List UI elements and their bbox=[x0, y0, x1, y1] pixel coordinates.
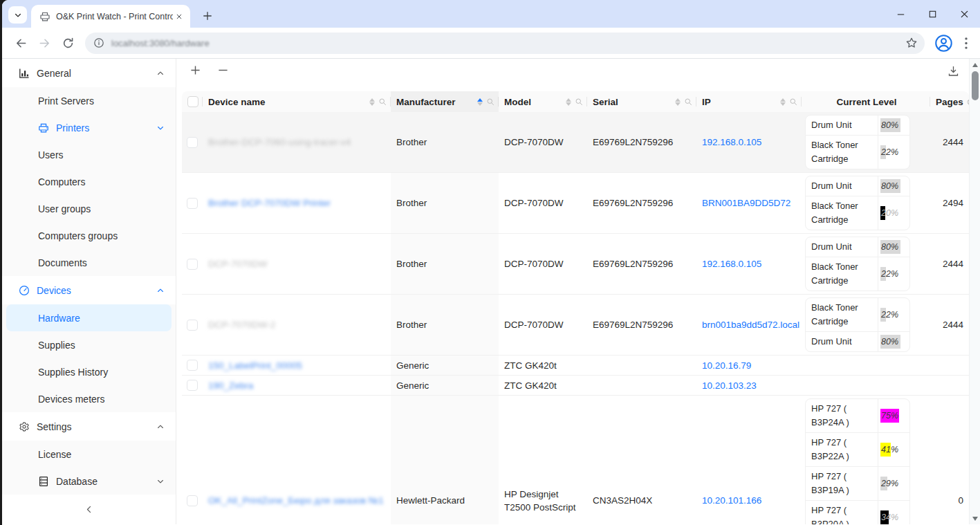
sidebar-item-computers-groups[interactable]: Computers groups bbox=[2, 222, 176, 249]
supply-name: Black Toner Cartridge bbox=[806, 196, 878, 230]
device-name-link[interactable]: OK_All_PrintZone_Бюро для заказов №1 bbox=[208, 494, 384, 507]
sidebar-item-supplies[interactable]: Supplies bbox=[2, 331, 176, 358]
sidebar-item-supplies-history[interactable]: Supplies History bbox=[2, 358, 176, 385]
scroll-down-icon[interactable] bbox=[970, 513, 980, 524]
sidebar-item-documents[interactable]: Documents bbox=[2, 249, 176, 276]
export-button[interactable] bbox=[947, 65, 959, 77]
supply-level-value: 34% bbox=[881, 510, 898, 524]
device-name-link[interactable]: 190_Zebra bbox=[208, 379, 253, 392]
row-select-cell bbox=[182, 295, 203, 355]
supply-name: Black Toner Cartridge bbox=[806, 136, 878, 169]
device-name-link[interactable]: Brother DCP-7070DW Printer bbox=[208, 196, 331, 210]
row-checkbox[interactable] bbox=[187, 137, 198, 148]
sidebar-collapse-button[interactable] bbox=[2, 497, 176, 524]
chevron-up-icon bbox=[156, 69, 165, 77]
column-header-pages[interactable]: Pages bbox=[930, 91, 969, 112]
sidebar-item-general[interactable]: General bbox=[2, 60, 176, 86]
ip-link[interactable]: 10.20.16.79 bbox=[702, 359, 751, 372]
column-header-serial[interactable]: Serial bbox=[587, 91, 696, 112]
close-button[interactable] bbox=[948, 0, 980, 28]
page-scrollbar[interactable] bbox=[969, 59, 980, 524]
row-checkbox[interactable] bbox=[187, 259, 198, 270]
devices-table: Device nameManufacturerModelSerialIPCurr… bbox=[182, 91, 969, 524]
supply-level-bar: 22% bbox=[880, 308, 905, 322]
device-name-link[interactable]: 150_LabelPrint_00005 bbox=[208, 359, 302, 372]
sidebar-item-database[interactable]: Database bbox=[2, 468, 176, 495]
table-row[interactable]: 190_ZebraGenericZTC GK420t10.20.103.23 bbox=[182, 376, 969, 396]
row-checkbox[interactable] bbox=[187, 320, 198, 331]
sidebar-item-hardware[interactable]: Hardware bbox=[6, 304, 172, 331]
column-header-manufacturer[interactable]: Manufacturer bbox=[391, 91, 499, 112]
column-header-select[interactable] bbox=[182, 91, 203, 112]
ip-link[interactable]: 192.168.0.105 bbox=[702, 257, 761, 270]
row-checkbox[interactable] bbox=[187, 198, 198, 209]
sidebar-item-printers[interactable]: Printers bbox=[2, 114, 176, 141]
sort-icon[interactable] bbox=[369, 98, 375, 106]
window-controls bbox=[885, 0, 980, 28]
minimize-button[interactable] bbox=[885, 0, 916, 28]
search-icon[interactable] bbox=[486, 98, 494, 106]
ip-link[interactable]: brn001ba9dd5d72.local bbox=[702, 318, 799, 331]
sort-icon[interactable] bbox=[566, 98, 571, 106]
manufacturer-cell: Generic bbox=[391, 356, 499, 375]
search-icon[interactable] bbox=[684, 98, 692, 106]
sidebar-item-users[interactable]: Users bbox=[2, 141, 176, 168]
back-button[interactable] bbox=[10, 33, 31, 53]
sidebar-item-user-groups[interactable]: User groups bbox=[2, 195, 176, 222]
row-checkbox[interactable] bbox=[187, 495, 198, 506]
database-icon bbox=[38, 476, 49, 487]
browser-menu-icon[interactable] bbox=[959, 34, 973, 52]
new-tab-button[interactable] bbox=[198, 7, 216, 25]
column-header-model[interactable]: Model bbox=[499, 91, 587, 112]
supply-level-value: 80% bbox=[881, 335, 898, 349]
column-header-level[interactable]: Current Level bbox=[802, 91, 930, 112]
profile-icon[interactable] bbox=[934, 34, 953, 53]
sidebar-item-label: Supplies bbox=[38, 340, 75, 351]
browser-tab[interactable]: O&K Print Watch - Print Contro bbox=[31, 5, 190, 28]
ip-link[interactable]: BRN001BA9DD5D72 bbox=[702, 196, 791, 210]
ip-link[interactable]: 192.168.0.105 bbox=[702, 136, 761, 149]
ip-link[interactable]: 10.20.101.166 bbox=[702, 494, 761, 507]
current-level-cell: HP 727 ( B3P24A )75%HP 727 ( B3P22A )41%… bbox=[802, 396, 930, 524]
search-icon[interactable] bbox=[378, 98, 387, 106]
table-row[interactable]: OK_All_PrintZone_Бюро для заказов №1Hewl… bbox=[182, 396, 969, 524]
table-row[interactable]: DCP-7070DW-2BrotherDCP-7070DWE69769L2N75… bbox=[182, 295, 969, 356]
scrollbar-thumb[interactable] bbox=[972, 71, 979, 100]
column-header-ip[interactable]: IP bbox=[696, 91, 802, 112]
tab-close-icon[interactable] bbox=[173, 10, 185, 22]
column-header-name[interactable]: Device name bbox=[203, 91, 391, 112]
supply-row: HP 727 ( B3P20A )34% bbox=[806, 501, 909, 524]
select-all-checkbox[interactable] bbox=[187, 96, 198, 107]
sidebar-item-print-servers[interactable]: Print Servers bbox=[2, 87, 176, 114]
sidebar-item-devices-meters[interactable]: Devices meters bbox=[2, 385, 176, 412]
table-row[interactable]: Brother DCP-7070DW PrinterBrotherDCP-707… bbox=[182, 173, 969, 234]
supply-row: Drum Unit80% bbox=[806, 332, 909, 351]
maximize-button[interactable] bbox=[916, 0, 948, 28]
bookmark-star-icon[interactable] bbox=[905, 37, 918, 49]
forward-button[interactable] bbox=[34, 33, 55, 53]
scroll-up-icon[interactable] bbox=[970, 59, 980, 70]
add-button[interactable] bbox=[190, 65, 201, 76]
table-row[interactable]: Brother-DCP-7060-using-tracer-v4BrotherD… bbox=[182, 112, 969, 173]
supplies-table: Black Toner Cartridge22%Drum Unit80% bbox=[805, 297, 910, 352]
column-label: Model bbox=[504, 97, 531, 107]
sidebar-item-settings[interactable]: Settings bbox=[2, 414, 176, 439]
sidebar-item-devices[interactable]: Devices bbox=[2, 277, 176, 303]
row-checkbox[interactable] bbox=[187, 360, 198, 371]
sort-icon[interactable] bbox=[675, 98, 681, 106]
tab-search-button[interactable] bbox=[8, 6, 27, 24]
search-icon[interactable] bbox=[789, 98, 797, 106]
ip-link[interactable]: 10.20.103.23 bbox=[702, 379, 757, 392]
reload-button[interactable] bbox=[57, 33, 78, 53]
row-checkbox[interactable] bbox=[187, 380, 198, 391]
table-row[interactable]: DCP-7070DWBrotherDCP-7070DWE69769L2N7592… bbox=[182, 234, 969, 295]
site-info-icon[interactable] bbox=[93, 37, 104, 48]
search-icon[interactable] bbox=[575, 98, 583, 106]
sidebar-item-license[interactable]: License bbox=[2, 441, 176, 468]
sort-icon[interactable] bbox=[780, 98, 786, 106]
remove-button[interactable] bbox=[218, 65, 229, 76]
sidebar-item-computers[interactable]: Computers bbox=[2, 168, 176, 195]
address-bar[interactable]: localhost:3080/hardware bbox=[85, 33, 925, 54]
sort-icon[interactable] bbox=[477, 98, 483, 106]
table-row[interactable]: 150_LabelPrint_00005GenericZTC GK420t10.… bbox=[182, 356, 969, 376]
